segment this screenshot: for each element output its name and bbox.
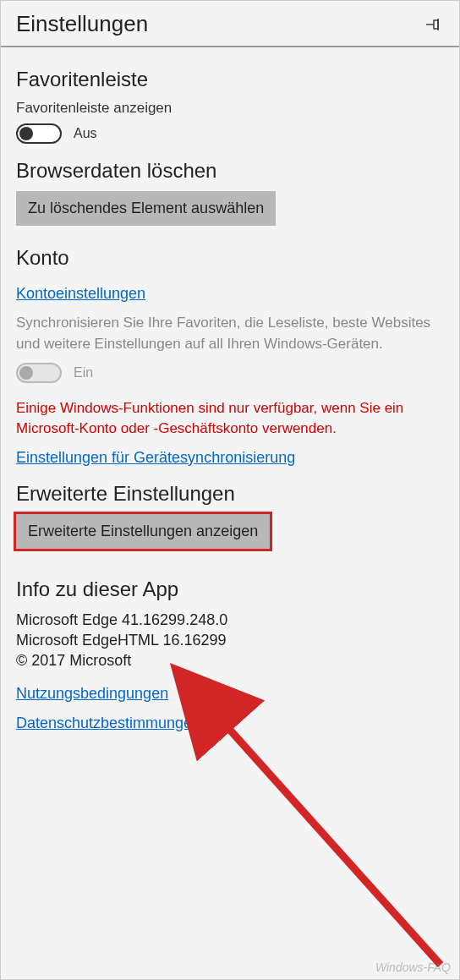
page-title: Einstellungen: [16, 11, 148, 37]
browserdata-heading: Browserdaten löschen: [16, 159, 444, 183]
account-settings-link[interactable]: Kontoeinstellungen: [16, 285, 145, 303]
sync-toggle: [16, 363, 62, 383]
account-heading: Konto: [16, 246, 444, 270]
sync-toggle-row: Ein: [16, 363, 444, 383]
favorites-toggle-row: Aus: [16, 123, 444, 144]
privacy-link[interactable]: Datenschutzbestimmungen: [16, 714, 200, 732]
settings-header: Einstellungen: [1, 1, 459, 47]
watermark: Windows-FAQ: [375, 961, 451, 974]
favorites-toggle[interactable]: [16, 123, 62, 144]
svg-rect-1: [434, 20, 438, 29]
about-edgehtml-version: Microsoft EdgeHTML 16.16299: [16, 630, 444, 650]
advanced-heading: Erweiterte Einstellungen: [16, 482, 444, 506]
account-warning: Einige Windows-Funktionen sind nur verfü…: [16, 398, 444, 439]
device-sync-link[interactable]: Einstellungen für Gerätesynchronisierung: [16, 449, 295, 467]
about-edge-version: Microsoft Edge 41.16299.248.0: [16, 610, 444, 630]
favorites-toggle-state: Aus: [74, 126, 97, 141]
favorites-heading: Favoritenleiste: [16, 68, 444, 91]
terms-link[interactable]: Nutzungsbedingungen: [16, 685, 168, 703]
about-heading: Info zu dieser App: [16, 578, 444, 601]
favorites-toggle-label: Favoritenleiste anzeigen: [16, 100, 444, 117]
settings-content: Favoritenleiste Favoritenleiste anzeigen…: [1, 47, 459, 747]
about-info: Microsoft Edge 41.16299.248.0 Microsoft …: [16, 610, 444, 671]
advanced-settings-button[interactable]: Erweiterte Einstellungen anzeigen: [16, 514, 270, 549]
svg-line-4: [221, 720, 441, 965]
pin-icon[interactable]: [425, 15, 444, 34]
about-copyright: © 2017 Microsoft: [16, 650, 444, 671]
sync-description: Synchronisieren Sie Ihre Favoriten, die …: [16, 313, 444, 354]
clear-browserdata-button[interactable]: Zu löschendes Element auswählen: [16, 191, 276, 226]
sync-toggle-state: Ein: [74, 365, 93, 381]
